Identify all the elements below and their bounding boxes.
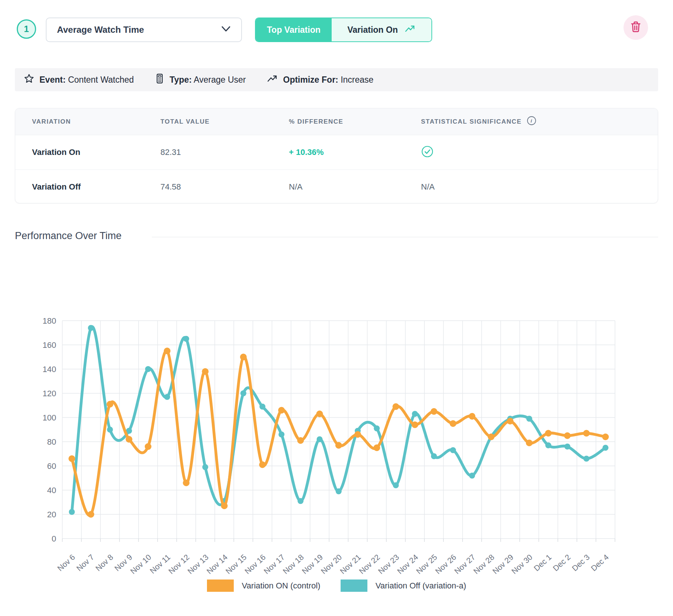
total-value: 82.31: [160, 147, 289, 157]
table-row: Variation Off 74.58 N/A N/A: [15, 169, 658, 203]
svg-text:0: 0: [52, 534, 56, 543]
svg-text:Nov 7: Nov 7: [75, 553, 96, 573]
svg-text:Nov 23: Nov 23: [376, 553, 401, 576]
col-header-significance: STATISTICAL SIGNIFICANCE i: [421, 116, 658, 127]
svg-text:Nov 24: Nov 24: [395, 553, 420, 576]
info-icon[interactable]: i: [527, 116, 536, 127]
experiment-results-panel: 1 Average Watch Time Top Variation Varia…: [0, 0, 673, 616]
results-table: VARIATION TOTAL VALUE % DIFFERENCE STATI…: [15, 108, 658, 203]
total-value: 74.58: [160, 182, 289, 192]
step-number-badge: 1: [17, 19, 36, 39]
svg-text:80: 80: [47, 437, 56, 447]
variation-name: Variation Off: [32, 182, 160, 192]
section-divider: [152, 237, 658, 237]
svg-text:Dec 1: Dec 1: [532, 553, 553, 573]
metric-dropdown-value: Average Watch Time: [57, 25, 144, 35]
svg-text:Nov 8: Nov 8: [94, 553, 115, 573]
variation-toggle: Top Variation Variation On: [255, 18, 432, 42]
table-row: Variation On 82.31 + 10.36%: [15, 135, 658, 169]
svg-text:120: 120: [42, 389, 56, 398]
svg-text:60: 60: [47, 461, 56, 471]
chevron-down-icon: [221, 26, 231, 34]
svg-text:140: 140: [42, 365, 56, 374]
col-header-variation: VARIATION: [32, 118, 160, 126]
col-header-difference: % DIFFERENCE: [289, 118, 421, 126]
svg-text:Nov 16: Nov 16: [243, 553, 267, 576]
svg-text:Nov 12: Nov 12: [167, 553, 191, 576]
performance-line-chart: 020406080100120140160180Nov 6Nov 7Nov 8N…: [0, 246, 673, 580]
svg-text:Nov 19: Nov 19: [300, 553, 324, 576]
variation-name: Variation On: [32, 147, 160, 157]
svg-text:Nov 15: Nov 15: [224, 553, 248, 576]
svg-text:Dec 3: Dec 3: [570, 553, 591, 573]
legend-swatch-orange: [207, 580, 234, 592]
legend-label: Variation ON (control): [242, 581, 320, 591]
svg-text:Nov 18: Nov 18: [281, 553, 305, 576]
step-number: 1: [24, 24, 29, 34]
metric-info-bar: Event: Content Watched Type: Average Use…: [15, 68, 658, 91]
svg-text:Nov 17: Nov 17: [262, 553, 286, 576]
legend-item-variation-on[interactable]: Variation ON (control): [207, 580, 320, 592]
svg-text:Nov 10: Nov 10: [129, 553, 153, 576]
legend-item-variation-off[interactable]: Variation Off (variation-a): [341, 580, 466, 592]
svg-text:Nov 28: Nov 28: [472, 553, 496, 576]
svg-text:180: 180: [42, 316, 56, 326]
chart-section-title: Performance Over Time: [15, 230, 122, 242]
optimize-label: Optimize For:: [283, 75, 338, 85]
svg-text:Nov 21: Nov 21: [338, 553, 363, 576]
legend-label: Variation Off (variation-a): [376, 581, 466, 591]
type-value: Average User: [194, 75, 246, 85]
significance-value: N/A: [421, 182, 658, 192]
svg-text:160: 160: [42, 340, 56, 350]
chart-legend: Variation ON (control) Variation Off (va…: [0, 580, 673, 592]
svg-text:Nov 27: Nov 27: [453, 553, 477, 576]
check-circle-icon: [421, 153, 434, 159]
star-icon: [24, 73, 34, 86]
event-label: Event:: [39, 75, 66, 85]
optimize-info: Optimize For: Increase: [267, 74, 374, 85]
winner-variation-label: Variation On: [347, 25, 398, 35]
svg-text:Nov 20: Nov 20: [319, 553, 344, 576]
trending-up-icon: [405, 24, 416, 35]
calculator-icon: [155, 73, 165, 86]
svg-text:Nov 29: Nov 29: [491, 553, 515, 576]
percent-difference: N/A: [289, 182, 421, 192]
svg-text:Nov 13: Nov 13: [186, 553, 210, 576]
event-info: Event: Content Watched: [24, 73, 134, 86]
col-header-total-value: TOTAL VALUE: [160, 118, 289, 126]
optimize-value: Increase: [341, 75, 373, 85]
svg-text:Nov 26: Nov 26: [434, 553, 458, 576]
event-value: Content Watched: [68, 75, 134, 85]
svg-text:Nov 11: Nov 11: [148, 553, 172, 575]
metric-dropdown[interactable]: Average Watch Time: [46, 18, 242, 42]
svg-text:20: 20: [47, 510, 56, 519]
svg-text:Nov 14: Nov 14: [205, 553, 229, 576]
trend-arrow-icon: [267, 74, 278, 85]
svg-text:40: 40: [47, 486, 56, 495]
legend-swatch-teal: [341, 580, 367, 592]
svg-text:Dec 2: Dec 2: [551, 553, 572, 573]
svg-text:100: 100: [42, 413, 56, 422]
svg-text:Nov 6: Nov 6: [56, 553, 77, 573]
top-variation-label: Top Variation: [267, 25, 320, 35]
winner-variation-tab[interactable]: Variation On: [332, 18, 431, 41]
significance-check: [421, 145, 658, 159]
top-variation-tab[interactable]: Top Variation: [256, 18, 332, 41]
svg-text:Dec 4: Dec 4: [589, 553, 610, 573]
table-header-row: VARIATION TOTAL VALUE % DIFFERENCE STATI…: [15, 108, 658, 135]
type-label: Type:: [170, 75, 192, 85]
svg-text:i: i: [531, 118, 533, 124]
percent-difference: + 10.36%: [289, 147, 421, 157]
svg-text:Nov 22: Nov 22: [357, 553, 382, 576]
trash-icon: [630, 21, 641, 34]
type-info: Type: Average User: [155, 73, 246, 86]
svg-text:Nov 25: Nov 25: [415, 553, 439, 576]
delete-metric-button[interactable]: [623, 15, 648, 40]
svg-text:Nov 30: Nov 30: [510, 553, 534, 576]
